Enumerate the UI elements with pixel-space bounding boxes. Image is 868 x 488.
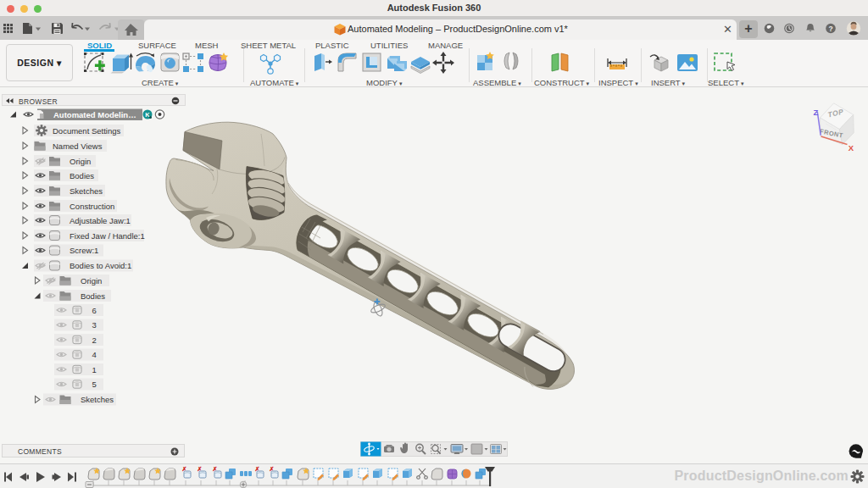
svg-text:Screw:1: Screw:1 bbox=[70, 246, 98, 255]
svg-text:4: 4 bbox=[92, 350, 97, 359]
svg-text:Sketches: Sketches bbox=[70, 186, 103, 196]
svg-text:Bodies to Avoid:1: Bodies to Avoid:1 bbox=[70, 261, 131, 270]
svg-text:1: 1 bbox=[92, 365, 97, 374]
svg-text:Construction: Construction bbox=[70, 202, 114, 211]
svg-text:5: 5 bbox=[92, 380, 97, 389]
svg-text:Document Settings: Document Settings bbox=[53, 126, 121, 136]
svg-text:Bodies: Bodies bbox=[81, 291, 105, 301]
svg-text:?: ? bbox=[828, 25, 832, 33]
svg-text:Automated Modelin…: Automated Modelin… bbox=[53, 110, 136, 119]
svg-text:Fixed Jaw / Handle:1: Fixed Jaw / Handle:1 bbox=[70, 231, 145, 241]
svg-text:Bodies: Bodies bbox=[70, 171, 94, 180]
svg-text:6: 6 bbox=[92, 306, 97, 315]
svg-text:X: X bbox=[849, 143, 854, 152]
svg-text:Named Views: Named Views bbox=[53, 141, 103, 151]
svg-text:Origin: Origin bbox=[70, 157, 91, 166]
svg-text:Z: Z bbox=[814, 108, 819, 117]
svg-text:2: 2 bbox=[92, 336, 97, 345]
svg-text:Adjustable Jaw:1: Adjustable Jaw:1 bbox=[70, 216, 131, 225]
svg-text:Sketches: Sketches bbox=[81, 395, 114, 404]
svg-text:3: 3 bbox=[92, 320, 97, 330]
svg-text:Origin: Origin bbox=[81, 276, 102, 286]
